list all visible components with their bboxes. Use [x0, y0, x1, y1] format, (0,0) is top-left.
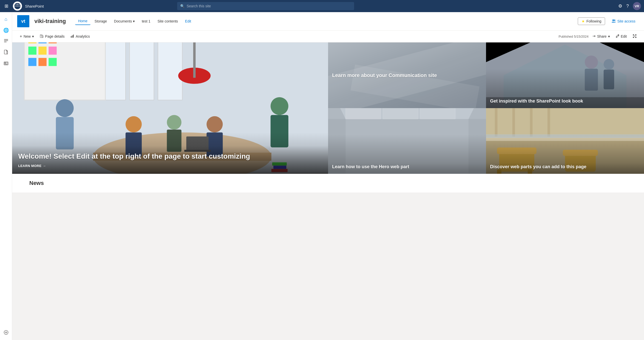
hero-tile-2-content: Get inspired with the SharePoint look bo… [486, 94, 644, 108]
share-icon [592, 34, 596, 39]
svg-rect-12 [5, 64, 8, 65]
following-button[interactable]: ★ Following [578, 17, 605, 25]
nav-item-home[interactable]: Home [75, 17, 90, 25]
svg-rect-31 [28, 42, 36, 43]
toolbar: + New ▾ Page details [12, 31, 644, 42]
hero-tile-4-title: Discover web parts you can add to this p… [490, 164, 640, 170]
top-nav-bar: ⊞ THE UNIVERSITY of Edinburgh SharePoint… [0, 0, 644, 12]
app-grid-icon[interactable]: ⊞ [3, 2, 10, 10]
news-section-title: News [29, 180, 627, 186]
new-button[interactable]: + New ▾ [17, 33, 36, 40]
nav-actions: ⚙ ? VR [618, 2, 641, 10]
svg-rect-41 [193, 42, 196, 78]
sidebar-item-news[interactable] [1, 59, 11, 69]
svg-rect-4 [4, 39, 8, 40]
svg-rect-33 [49, 42, 57, 43]
page-icon [4, 50, 8, 56]
hero-main-tile[interactable]: Welcome! Select Edit at the top right of… [12, 42, 328, 174]
svg-point-15 [614, 19, 615, 21]
hero-tile-lookbook[interactable]: Get inspired with the SharePoint look bo… [486, 42, 644, 108]
home-icon: ⌂ [5, 17, 7, 22]
svg-rect-37 [28, 58, 36, 66]
hero-tile-1-title: Learn more about your Communication site [332, 72, 482, 79]
edit-icon [616, 34, 619, 38]
hero-tile-4-content: Discover web parts you can add to this p… [486, 160, 644, 174]
hero-tile-3-title: Learn how to use the Hero web part [332, 164, 482, 170]
nav-item-site-contents[interactable]: Site contents [154, 18, 181, 25]
nav-item-storage[interactable]: Storage [91, 18, 110, 25]
svg-rect-21 [72, 35, 73, 38]
hero-tile-3-content: Learn how to use the Hero web part [328, 160, 486, 174]
svg-point-48 [167, 115, 181, 130]
plus-icon: + [20, 34, 22, 39]
expand-icon [633, 34, 636, 39]
people-icon [612, 19, 616, 23]
search-input[interactable] [187, 4, 351, 8]
svg-rect-19 [41, 36, 42, 36]
analytics-button[interactable]: Analytics [68, 33, 92, 40]
expand-button[interactable] [630, 33, 639, 40]
sidebar-item-sites[interactable]: 🌐 [1, 25, 11, 35]
svg-point-52 [270, 97, 288, 115]
hero-tile-web-parts[interactable]: Discover web parts you can add to this p… [486, 108, 644, 174]
nav-item-documents[interactable]: Documents ▾ [111, 18, 138, 25]
sidebar-item-pages[interactable] [1, 47, 11, 58]
site-access-button[interactable]: Site access [608, 18, 639, 25]
analytics-icon [71, 34, 74, 39]
help-icon[interactable]: ? [626, 4, 629, 9]
site-logo: vt [17, 15, 29, 27]
site-name: viki-training [34, 18, 66, 25]
hero-main-content: Welcome! Select Edit at the top right of… [12, 146, 328, 174]
site-nav: Home Storage Documents ▾ test 1 Site con… [75, 17, 194, 25]
svg-point-14 [612, 19, 614, 21]
svg-point-44 [56, 99, 74, 117]
svg-rect-18 [41, 35, 42, 35]
globe-icon: 🌐 [3, 28, 9, 33]
hero-learn-more-link[interactable]: LEARN MORE → [18, 164, 322, 168]
svg-rect-39 [49, 58, 57, 66]
svg-rect-11 [6, 63, 8, 64]
sidebar-item-lists[interactable] [1, 36, 11, 46]
avatar[interactable]: VR [633, 2, 641, 10]
svg-rect-35 [38, 46, 47, 55]
published-date: Published 5/15/2024 [559, 35, 589, 38]
svg-point-50 [206, 116, 223, 132]
star-icon: ★ [582, 19, 585, 23]
hero-tile-hero-web-part[interactable]: Learn how to use the Hero web part [328, 108, 486, 174]
site-header: vt viki-training Home Storage Documents … [12, 12, 644, 31]
hero-tile-2-title: Get inspired with the SharePoint look bo… [490, 98, 640, 104]
logo-area: THE UNIVERSITY of Edinburgh SharePoint [13, 2, 44, 11]
svg-rect-32 [38, 42, 47, 43]
share-dropdown-icon: ▾ [608, 34, 610, 38]
list-icon [4, 39, 8, 44]
svg-rect-5 [4, 40, 8, 41]
svg-rect-9 [5, 62, 6, 64]
page-body: News [12, 174, 644, 192]
org-logo[interactable]: THE UNIVERSITY of Edinburgh [13, 2, 22, 11]
left-sidebar: ⌂ 🌐 [0, 12, 12, 192]
share-button[interactable]: Share ▾ [590, 33, 612, 40]
app-name-label: SharePoint [25, 4, 44, 8]
svg-point-46 [126, 116, 142, 132]
settings-icon[interactable]: ⚙ [618, 3, 622, 9]
hero-tile-communication[interactable]: Learn more about your Communication site [328, 42, 486, 108]
svg-rect-34 [28, 46, 36, 55]
sidebar-item-home[interactable]: ⌂ [1, 14, 11, 24]
svg-rect-28 [130, 42, 154, 100]
svg-rect-10 [6, 62, 8, 63]
hero-tile-1-content: Learn more about your Communication site [328, 68, 486, 83]
svg-rect-22 [73, 35, 74, 38]
nav-item-edit[interactable]: Edit [182, 18, 194, 25]
svg-rect-36 [49, 46, 57, 55]
edit-page-button[interactable]: Edit [613, 33, 629, 40]
page-details-button[interactable]: Page details [37, 33, 67, 40]
svg-rect-20 [71, 36, 72, 38]
site-header-actions: ★ Following Site access [578, 17, 639, 25]
news-icon [4, 61, 8, 66]
search-bar-container: 🔍 [177, 2, 354, 10]
search-icon: 🔍 [180, 4, 185, 8]
dropdown-chevron-icon: ▾ [133, 19, 135, 23]
main-content: vt viki-training Home Storage Documents … [12, 12, 644, 192]
nav-item-test1[interactable]: test 1 [139, 18, 153, 25]
svg-rect-29 [158, 42, 182, 100]
